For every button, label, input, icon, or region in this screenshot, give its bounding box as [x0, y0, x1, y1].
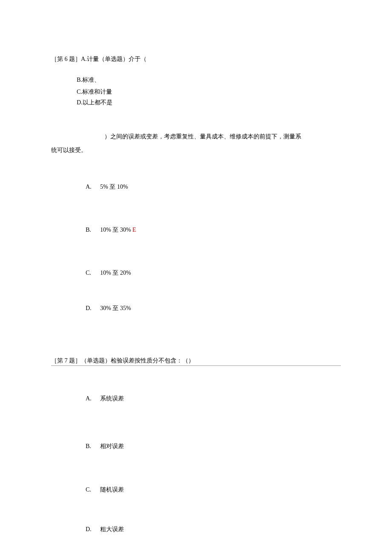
q6-opt-c: C.标准和计量: [77, 86, 341, 98]
q7-opt-a: A.系统误差: [77, 377, 341, 420]
q6b-opt-d: D.30% 至 35%: [77, 294, 341, 323]
q6b-opt-c: C.10% 至 20%: [77, 251, 341, 294]
q7-opt-c: C.随机误差: [77, 470, 341, 509]
option-label: A.: [86, 391, 100, 406]
option-label: B.: [86, 223, 100, 237]
q6-prefix: ［第 6 题］: [51, 56, 81, 62]
q6-tail: 统可以接受。: [51, 147, 341, 154]
option-text: 10% 至 20%: [100, 270, 131, 276]
q6-mid-sentence: ）之间的误差或变差，考虑重复性、量具成本、维修成本的前提下，测量系: [51, 133, 341, 141]
option-text: 系统误差: [100, 395, 124, 402]
q7-opt-b: B.相对误差: [77, 425, 341, 468]
option-text: 粗大误差: [100, 526, 124, 532]
option-label: D.: [86, 523, 100, 536]
option-label: B.: [86, 439, 100, 454]
q6-opt-b: B.标准、: [77, 74, 341, 86]
q6-opt-d: D.以上都不是: [77, 98, 341, 107]
q7-header: ［第 7 题］（单选题）检验误差按性质分不包含：（）: [51, 357, 341, 366]
q6-header: ［第 6 题］A.计量（单选题）介于（: [51, 55, 341, 63]
q6-options-bottom: A.5% 至 10% B.10% 至 30% E C.10% 至 20% D.3…: [51, 165, 341, 323]
option-label: C.: [86, 483, 100, 497]
q6-header-text: A.计量（单选题）介于（: [81, 56, 147, 62]
q7-opt-d: D.粗大误差: [77, 510, 341, 549]
option-text: 随机误差: [100, 486, 124, 493]
option-text: 5% 至 10%: [100, 184, 128, 190]
exam-page: ［第 6 题］A.计量（单选题）介于（ B.标准、 C.标准和计量 D.以上都不…: [0, 0, 392, 555]
q6-options-top: B.标准、 C.标准和计量 D.以上都不是: [51, 74, 341, 107]
option-text: 10% 至 30%: [100, 227, 131, 233]
option-text: 相对误差: [100, 443, 124, 449]
q6b-opt-b: B.10% 至 30% E: [77, 208, 341, 251]
q6b-opt-a: A.5% 至 10%: [77, 165, 341, 208]
q7-options: A.系统误差 B.相对误差 C.随机误差 D.粗大误差: [51, 377, 341, 549]
option-label: A.: [86, 180, 100, 194]
answer-mark: E: [133, 227, 136, 233]
option-label: D.: [86, 304, 100, 313]
option-label: C.: [86, 266, 100, 280]
option-text: 30% 至 35%: [100, 305, 131, 311]
